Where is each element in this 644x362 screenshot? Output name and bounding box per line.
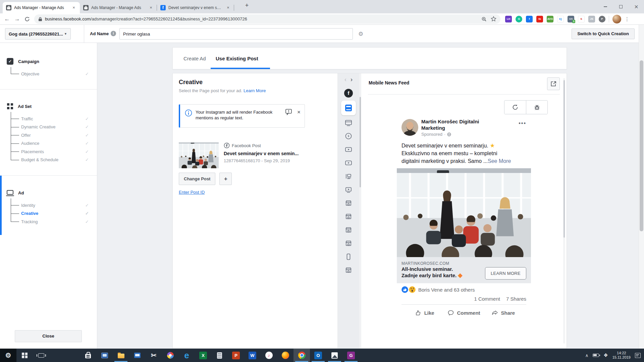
taskbar-calculator[interactable] <box>211 349 228 362</box>
page-name[interactable]: Martin Korošec Digitalni Marketing <box>421 118 495 131</box>
sidebar-item[interactable]: Traffic <box>0 115 97 123</box>
add-post-button[interactable]: + <box>219 173 232 185</box>
extension-pinterest[interactable]: P <box>599 16 605 22</box>
extension-tubebuddy[interactable]: tb <box>536 16 543 22</box>
sidebar-item[interactable]: Dynamic Creative <box>0 123 97 131</box>
scrollbar-thumb[interactable] <box>640 60 643 231</box>
comment-button[interactable]: Comment <box>444 307 483 319</box>
enter-post-id-link[interactable]: Enter Post ID <box>179 190 205 195</box>
sidebar-section-ad[interactable]: Ad <box>0 188 97 197</box>
taskbar-firefox[interactable] <box>277 349 293 362</box>
mobile-news-feed-icon[interactable] <box>341 101 356 115</box>
extension-facebook-pixel[interactable]: f <box>526 16 533 22</box>
social-proof-text[interactable]: Boris Vene and 63 others <box>418 287 475 293</box>
taskbar-photos[interactable] <box>326 349 343 362</box>
info-icon[interactable] <box>111 31 116 36</box>
back-button[interactable]: ← <box>2 14 12 24</box>
video-feeds-icon[interactable] <box>342 156 355 170</box>
change-post-button[interactable]: Change Post <box>179 173 215 185</box>
tab-use-existing-post[interactable]: Use Existing Post <box>216 56 258 61</box>
chevron-right-icon[interactable]: › <box>351 76 353 83</box>
tab-close-icon[interactable] <box>225 5 231 10</box>
taskbar-word[interactable]: W <box>244 349 261 362</box>
sidebar-section-adset[interactable]: Ad Set <box>0 102 97 111</box>
address-bar[interactable]: business.facebook.com/adsmanager/creatio… <box>34 14 500 24</box>
marketplace-icon[interactable] <box>342 237 355 250</box>
refresh-button[interactable] <box>22 14 32 24</box>
sidebar-item[interactable]: Identity <box>0 201 97 209</box>
browser-profile-avatar[interactable] <box>612 15 621 23</box>
extension-vidiq[interactable]: IQ <box>557 16 564 22</box>
sidebar-item[interactable]: Budget & Schedule <box>0 156 97 164</box>
taskbar-edge[interactable]: e <box>178 349 195 362</box>
tab-create-ad[interactable]: Create Ad <box>183 56 206 61</box>
taskbar-clock[interactable]: 14:22 15.11.2019 <box>612 351 631 360</box>
in-stream-video-icon[interactable] <box>342 143 355 156</box>
new-tab-button[interactable] <box>242 1 252 10</box>
learn-more-cta-button[interactable]: LEARN MORE <box>485 267 526 280</box>
stories-icon[interactable] <box>342 250 355 263</box>
taskbar-paint[interactable] <box>162 349 178 362</box>
taskbar-outlook[interactable]: O <box>310 349 326 362</box>
action-center-icon[interactable] <box>635 353 641 358</box>
comment-count[interactable]: 1 Comment <box>474 296 500 302</box>
report-issue-icon[interactable] <box>285 109 292 115</box>
sidebar-item[interactable]: Offer <box>0 131 97 139</box>
taskbar-settings[interactable]: ⚙ <box>0 349 16 362</box>
extension-seoquake[interactable]: S <box>578 16 585 22</box>
tray-expand-icon[interactable] <box>585 353 589 358</box>
browser-tab[interactable]: Devet seminarjev v enem semina <box>157 2 234 13</box>
see-more-link[interactable]: See More <box>488 158 511 164</box>
browser-menu-icon[interactable] <box>621 16 634 22</box>
marketplace-icon[interactable] <box>342 263 355 277</box>
window-close-button[interactable] <box>629 0 644 13</box>
battery-icon[interactable] <box>593 354 599 357</box>
open-preview-button[interactable] <box>547 77 560 90</box>
taskbar-powerpoint[interactable]: P <box>228 349 244 362</box>
extension-js[interactable]: JS <box>588 16 595 22</box>
gear-icon[interactable] <box>358 31 363 38</box>
taskbar-gom-pdf[interactable]: G <box>343 349 359 362</box>
ad-account-dropdown[interactable]: Gog data (279655226021... ▼ <box>5 28 71 40</box>
taskbar-itunes[interactable] <box>261 349 277 362</box>
taskbar-start[interactable] <box>16 349 33 362</box>
like-button[interactable]: Like <box>405 307 444 319</box>
close-button[interactable]: Close <box>15 330 82 342</box>
dropbox-icon[interactable] <box>603 352 608 358</box>
alert-close-icon[interactable] <box>297 109 301 115</box>
sidebar-item[interactable]: Placements <box>0 147 97 156</box>
facebook-icon[interactable]: f <box>342 86 355 100</box>
sidebar-item[interactable]: Creative <box>0 209 97 218</box>
forward-button[interactable]: → <box>12 14 22 24</box>
browser-tab[interactable]: Ads Manager - Manage Ads <box>80 2 157 13</box>
extension-avg[interactable]: AVG <box>547 16 553 22</box>
tab-close-icon[interactable] <box>71 5 76 10</box>
page-avatar[interactable] <box>401 119 418 136</box>
taskbar-chrome[interactable] <box>293 349 310 362</box>
preview-scrollbar[interactable] <box>563 78 565 344</box>
sidebar-item[interactable]: Objective <box>0 70 97 78</box>
right-column-icon[interactable] <box>342 170 355 183</box>
extension-lh[interactable]: LH <box>505 16 512 22</box>
taskbar-task-view[interactable] <box>33 349 49 362</box>
taskbar-store[interactable] <box>80 349 96 362</box>
taskbar-excel[interactable]: X <box>195 349 211 362</box>
debug-preview-button[interactable] <box>526 101 547 114</box>
sidebar-item[interactable]: Audience <box>0 139 97 148</box>
browser-tab[interactable]: Ads Manager - Manage Ads <box>3 2 80 13</box>
desktop-news-feed-icon[interactable] <box>342 116 355 129</box>
taskbar-file-explorer[interactable] <box>113 349 129 362</box>
taskbar-snipping-tool[interactable]: ✂ <box>146 349 162 362</box>
extension-grammarly[interactable]: G <box>516 16 522 22</box>
suggested-video-icon[interactable] <box>342 183 355 196</box>
taskbar-remote-desktop[interactable] <box>96 349 113 362</box>
ad-name-input[interactable] <box>119 28 353 40</box>
window-maximize-button[interactable] <box>613 0 629 13</box>
link-card[interactable]: MARTINKOROSEC.COM All-Inclusive seminar.… <box>397 257 531 283</box>
ad-image[interactable] <box>397 168 531 257</box>
learn-more-link[interactable]: Learn More <box>244 88 266 93</box>
marketplace-icon[interactable] <box>342 196 355 210</box>
marketplace-icon[interactable] <box>342 223 355 237</box>
extension-code-tool[interactable]: </> 1 <box>568 16 574 22</box>
zoom-icon[interactable] <box>481 16 487 22</box>
